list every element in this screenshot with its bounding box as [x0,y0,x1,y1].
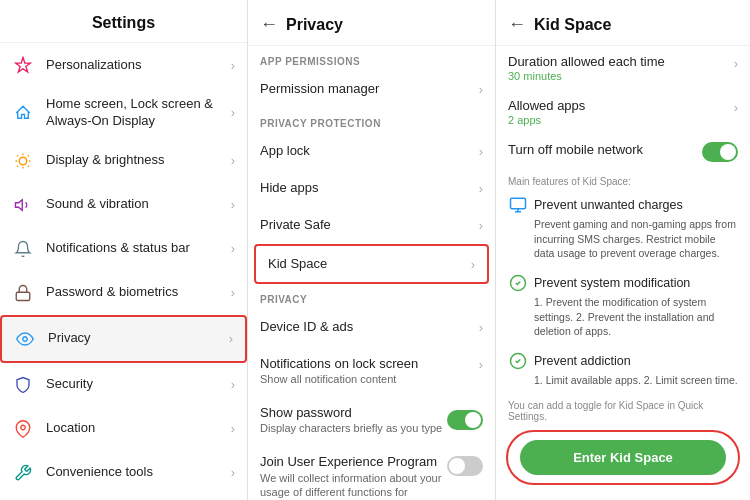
brightness-icon [10,148,36,174]
svg-point-3 [21,425,26,430]
notifications-lock-sublabel: Show all notification content [260,373,396,385]
mid-panel: ← Privacy APP PERMISSIONS Permission man… [248,0,496,500]
mid-title: Privacy [286,16,343,34]
prevent-modification-desc: 1. Prevent the modification of system se… [508,295,738,339]
prevent-addiction-desc: 1. Limit available apps. 2. Limit screen… [508,373,738,388]
hide-apps-item[interactable]: Hide apps › [248,170,495,207]
chevron-icon: › [479,181,483,196]
chevron-icon: › [231,197,235,212]
join-program-toggle[interactable] [447,456,483,476]
sidebar-item-notifications[interactable]: Notifications & status bar › [0,227,247,271]
app-permissions-label: APP PERMISSIONS [248,46,495,71]
show-password-sublabel: Display characters briefly as you type [260,422,447,434]
location-icon [10,416,36,442]
sidebar-item-privacy[interactable]: Privacy › [0,315,247,363]
sidebar-item-home-screen[interactable]: Home screen, Lock screen & Always-On Dis… [0,87,247,139]
right-back-button[interactable]: ← [508,14,526,35]
device-id-item[interactable]: Device ID & ads › [248,309,495,346]
prevent-charges-desc: Prevent gaming and non-gaming apps from … [508,217,738,261]
mid-header: ← Privacy [248,0,495,46]
prevent-modification-title: Prevent system modification [508,273,738,293]
sidebar-item-security-label: Security [46,376,231,393]
sidebar-item-sound-label: Sound & vibration [46,196,231,213]
join-program-label: Join User Experience Program [260,454,447,471]
back-button[interactable]: ← [260,14,278,35]
duration-title: Duration allowed each time [508,54,734,69]
mobile-network-item[interactable]: Turn off mobile network [496,134,750,170]
chevron-icon: › [229,331,233,346]
show-password-label: Show password [260,405,447,422]
chevron-icon: › [231,58,235,73]
sidebar-item-convenience[interactable]: Convenience tools › [0,451,247,495]
allowed-apps-item[interactable]: Allowed apps 2 apps › [496,90,750,134]
feature-prevent-addiction: Prevent addiction 1. Limit available app… [496,345,750,394]
allowed-apps-sub: 2 apps [508,114,734,126]
settings-title: Settings [0,0,247,43]
chevron-icon: › [231,377,235,392]
sparkle-icon [10,52,36,78]
shield-icon [10,372,36,398]
sidebar-item-convenience-label: Convenience tools [46,464,231,481]
chevron-icon: › [231,421,235,436]
join-program-sublabel: We will collect information about your u… [260,471,447,500]
private-safe-item[interactable]: Private Safe › [248,207,495,244]
device-id-label: Device ID & ads [260,319,479,336]
quick-settings-note: You can add a toggle for Kid Space in Qu… [496,394,750,424]
mobile-network-toggle[interactable] [702,142,738,162]
chevron-icon: › [231,153,235,168]
chevron-icon: › [231,465,235,480]
app-lock-label: App lock [260,143,479,160]
chevron-icon: › [479,357,483,372]
sidebar-item-location[interactable]: Location › [0,407,247,451]
duration-text: Duration allowed each time 30 minutes [508,54,734,82]
sidebar-item-battery[interactable]: Battery › [0,495,247,500]
sidebar-item-password-label: Password & biometrics [46,284,231,301]
mobile-network-text: Turn off mobile network [508,142,702,157]
feature-prevent-modification: Prevent system modification 1. Prevent t… [496,267,750,345]
join-program-item[interactable]: Join User Experience Program We will col… [248,444,495,500]
tools-icon [10,460,36,486]
app-lock-item[interactable]: App lock › [248,133,495,170]
chevron-icon: › [479,320,483,335]
kid-space-item[interactable]: Kid Space › [254,244,489,285]
sidebar-item-home-label: Home screen, Lock screen & Always-On Dis… [46,96,231,130]
prevent-addiction-title: Prevent addiction [508,351,738,371]
private-safe-label: Private Safe [260,217,479,234]
home-icon [10,100,36,126]
chevron-icon: › [479,82,483,97]
duration-item[interactable]: Duration allowed each time 30 minutes › [496,46,750,90]
sidebar-item-privacy-label: Privacy [48,330,229,347]
bell-icon [10,236,36,262]
sidebar-item-personalizations[interactable]: Personalizations › [0,43,247,87]
privacy-label: PRIVACY [248,284,495,309]
sidebar-item-display-label: Display & brightness [46,152,231,169]
kid-space-label: Kid Space [268,256,471,273]
feature-prevent-charges: Prevent unwanted charges Prevent gaming … [496,189,750,267]
permission-manager-item[interactable]: Permission manager › [248,71,495,108]
show-password-toggle[interactable] [447,410,483,430]
permission-manager-label: Permission manager [260,81,479,98]
prevent-charges-title: Prevent unwanted charges [508,195,738,215]
sidebar-item-notifications-label: Notifications & status bar [46,240,231,257]
sidebar-item-display[interactable]: Display & brightness › [0,139,247,183]
left-panel: Settings Personalizations › Home screen,… [0,0,248,500]
sidebar-item-security[interactable]: Security › [0,363,247,407]
enter-kid-space-wrapper: Enter Kid Space [506,430,740,485]
allowed-apps-title: Allowed apps [508,98,734,113]
svg-rect-1 [16,292,30,300]
eye-icon [12,326,38,352]
notifications-lock-item[interactable]: Notifications on lock screen › Show all … [248,346,495,395]
show-password-item[interactable]: Show password Display characters briefly… [248,395,495,444]
sidebar-item-password[interactable]: Password & biometrics › [0,271,247,315]
enter-kid-space-button[interactable]: Enter Kid Space [520,440,726,475]
sidebar-item-sound[interactable]: Sound & vibration › [0,183,247,227]
allowed-apps-text: Allowed apps 2 apps [508,98,734,126]
svg-point-0 [19,157,27,165]
check-circle-2-icon [508,351,528,371]
lock-icon [10,280,36,306]
chevron-icon: › [479,218,483,233]
features-label: Main features of Kid Space: [496,170,750,189]
chevron-icon: › [231,105,235,120]
right-header: ← Kid Space [496,0,750,46]
notifications-lock-label: Notifications on lock screen [260,356,479,373]
